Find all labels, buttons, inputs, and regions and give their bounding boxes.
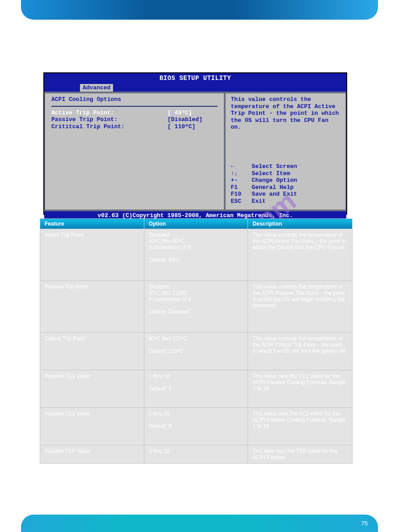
bios-setting-row: Passive Trip Point: [Disabled] [51,116,218,123]
section-title-text: ACPI Cooling Options [90,37,202,49]
section-number: 5.3.10.2 ACPI Cooling Options [40,37,202,49]
bios-nav-keys: ← Select Screen ↑↓ Select Item +- Change… [231,163,340,205]
table-row: Active Trip Point Disabled 40ºC thru 90º… [40,229,353,281]
bios-tabbar: Advanced [44,83,346,92]
th-description: Description [248,219,353,229]
cell-feature: Critical Trip Point [40,333,144,370]
cell-option: 80ºC thru 127ºC Default: 110ºC [144,333,248,370]
top-banner [21,0,378,20]
cell-feature: Passive TC2 Value [40,408,144,445]
th-option: Option [144,219,248,229]
section-desc: The submenu shown in the image below. [40,54,162,61]
table-row: Passive TC2 Value 1 thru 16 Default: 5 T… [40,408,353,445]
cell-option: 1 thru 16 Default: 1 [144,370,248,408]
bios-setting-label: Passive Trip Point: [51,116,168,123]
bios-setting-value: [Disabled] [168,116,202,123]
cell-desc: This value controls the temperature of t… [248,333,353,370]
bottom-banner [21,515,378,532]
bios-right-panel: This value controls the temperature of t… [225,92,346,210]
bios-setting-row: Crititcal Trip Point: [ 110ºC] [51,123,218,130]
bios-setting-value: [ 110ºC] [168,123,195,130]
cell-feature: Passive TSP Value [40,445,144,464]
cell-option: Disabled 40ºC thru 90ºC in increments of… [144,229,248,281]
bios-title: BIOS SETUP UTILITY [44,73,346,83]
section-num-text: 5.3.10.2 [40,37,79,49]
cell-desc: This value controls the temperature of t… [248,281,353,333]
cell-option: 1 thru 16 Default: 5 [144,408,248,445]
cell-feature: Passive TC1 Value [40,370,144,408]
bios-body: ACPI Cooling Options Active Trip Point: … [44,92,346,211]
cell-feature: Active Trip Point [40,229,144,281]
cell-feature: Passive Trip Point [40,281,144,333]
th-feature: Feature [40,219,144,229]
table-row: Passive Trip Point Disabled 40ºC thru 11… [40,281,353,333]
cell-desc: This item sets the TSP value for the ACP… [248,445,353,464]
bios-setting-value: [ 45ºC] [168,109,192,117]
cell-desc: This value sets the TC1 value for the AC… [248,370,353,408]
bios-help-text: This value controls the temperature of t… [231,96,340,131]
table-row: Passive TC1 Value 1 thru 16 Default: 1 T… [40,370,353,408]
page-number: 75 [361,520,368,527]
bios-setting-label: Crititcal Trip Point: [51,123,168,130]
table-row: Passive TSP Value 2 thru 32 This item se… [40,445,353,464]
bios-tab-advanced: Advanced [80,84,113,92]
bios-left-panel: ACPI Cooling Options Active Trip Point: … [44,92,225,210]
bios-panel-title: ACPI Cooling Options [51,96,218,107]
cell-option: 2 thru 32 [144,445,248,464]
cell-desc: This value sets the TC2 value for the AC… [248,408,353,445]
bios-setting-row: Active Trip Point: [ 45ºC] [51,109,218,117]
cell-option: Disabled 40ºC thru 110ºC in increments o… [144,281,248,333]
cell-desc: This value controls the temperature of t… [248,229,353,281]
bios-screenshot: BIOS SETUP UTILITY Advanced ACPI Cooling… [43,72,347,215]
options-table: Feature Option Description Active Trip P… [40,218,353,464]
options-table-head: Feature Option Description [40,219,353,229]
table-row: Critical Trip Point 80ºC thru 127ºC Defa… [40,333,353,370]
bios-setting-label: Active Trip Point: [51,109,168,117]
